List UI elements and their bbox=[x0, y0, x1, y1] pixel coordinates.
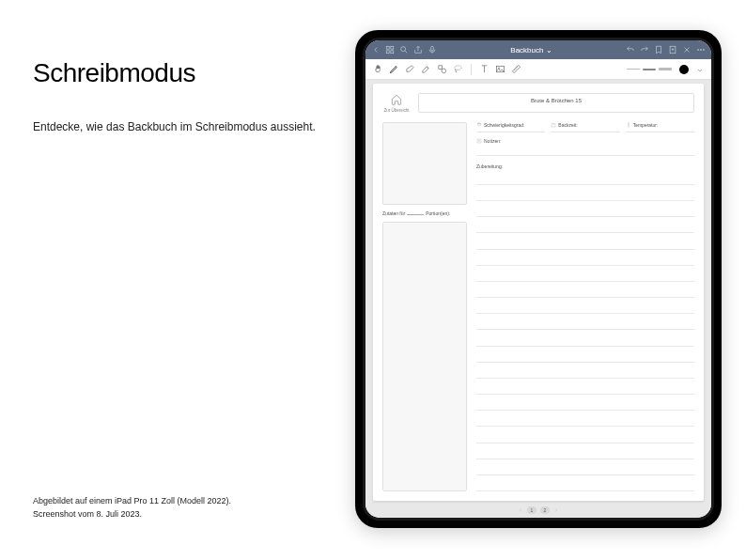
redo-icon[interactable] bbox=[640, 45, 649, 54]
stroke-width-picker[interactable] bbox=[627, 68, 672, 70]
undo-icon[interactable] bbox=[626, 45, 635, 54]
recipe-page: Zur Übersicht Brote & Brötchen 15 Zutate… bbox=[373, 84, 704, 501]
promo-subtitle: Entdecke, wie das Backbuch im Schreibmod… bbox=[33, 118, 324, 135]
mic-icon[interactable] bbox=[427, 45, 437, 54]
page-1-button[interactable]: 1 bbox=[527, 506, 536, 514]
svg-point-7 bbox=[697, 49, 698, 50]
hand-tool[interactable] bbox=[373, 61, 383, 78]
document-title[interactable]: Backbuch ⌄ bbox=[443, 46, 620, 54]
share-icon[interactable] bbox=[413, 45, 423, 54]
shapes-tool[interactable] bbox=[437, 61, 447, 78]
back-icon[interactable] bbox=[371, 45, 381, 54]
svg-rect-0 bbox=[386, 46, 389, 49]
svg-rect-2 bbox=[386, 51, 389, 54]
next-page-icon[interactable] bbox=[553, 507, 559, 513]
toolbar-divider bbox=[471, 64, 472, 75]
svg-rect-16 bbox=[477, 139, 481, 143]
style-chevron-icon[interactable] bbox=[696, 61, 704, 78]
svg-rect-10 bbox=[439, 65, 443, 69]
page-navigator[interactable]: 1 2 bbox=[518, 506, 559, 514]
promo-title: Schreibmodus bbox=[33, 58, 324, 88]
image-placeholder-large[interactable] bbox=[382, 122, 467, 205]
ipad-frame: Backbuch ⌄ bbox=[355, 30, 722, 528]
home-button[interactable]: Zur Übersicht bbox=[382, 93, 411, 113]
recipe-title-box[interactable]: Brote & Brötchen 15 bbox=[418, 93, 694, 113]
svg-point-4 bbox=[401, 47, 406, 52]
svg-point-8 bbox=[700, 49, 701, 50]
difficulty-field[interactable]: Schwierigkeitsgrad: bbox=[476, 122, 545, 132]
svg-point-9 bbox=[703, 49, 704, 50]
image-tool[interactable] bbox=[495, 61, 505, 78]
close-icon[interactable] bbox=[682, 45, 692, 54]
eraser-tool[interactable] bbox=[405, 61, 415, 78]
document-canvas[interactable]: Zur Übersicht Brote & Brötchen 15 Zutate… bbox=[365, 80, 711, 518]
bookmark-icon[interactable] bbox=[654, 45, 663, 54]
svg-rect-3 bbox=[391, 51, 394, 54]
svg-rect-1 bbox=[391, 46, 394, 49]
search-icon[interactable] bbox=[399, 45, 409, 54]
preparation-lines[interactable] bbox=[476, 175, 694, 491]
prev-page-icon[interactable] bbox=[518, 507, 523, 513]
notes-field[interactable]: Notizen: bbox=[476, 138, 694, 156]
page-2-button[interactable]: 2 bbox=[540, 506, 550, 514]
text-tool[interactable] bbox=[479, 61, 490, 78]
add-page-icon[interactable] bbox=[668, 45, 677, 54]
grid-icon[interactable] bbox=[385, 45, 395, 54]
color-picker[interactable] bbox=[679, 65, 689, 74]
highlighter-tool[interactable] bbox=[421, 61, 431, 78]
svg-point-11 bbox=[442, 69, 446, 73]
tool-toolbar bbox=[365, 59, 711, 80]
svg-rect-5 bbox=[431, 46, 434, 51]
lasso-tool[interactable] bbox=[453, 61, 463, 78]
temperature-field[interactable]: Temperatur: bbox=[626, 122, 694, 132]
ingredients-box[interactable] bbox=[382, 222, 467, 491]
baketime-field[interactable]: Backzeit: bbox=[551, 122, 619, 132]
ingredients-heading: Zutaten für Portion(en): bbox=[382, 210, 467, 216]
promo-footer: Abgebildet auf einem iPad Pro 11 Zoll (M… bbox=[33, 495, 231, 521]
app-titlebar: Backbuch ⌄ bbox=[365, 40, 711, 59]
svg-rect-15 bbox=[552, 124, 555, 127]
ruler-tool[interactable] bbox=[511, 61, 521, 78]
more-icon[interactable] bbox=[696, 45, 706, 54]
pen-tool[interactable] bbox=[389, 61, 399, 78]
svg-point-12 bbox=[455, 65, 461, 70]
preparation-label: Zubereitung: bbox=[476, 163, 694, 169]
